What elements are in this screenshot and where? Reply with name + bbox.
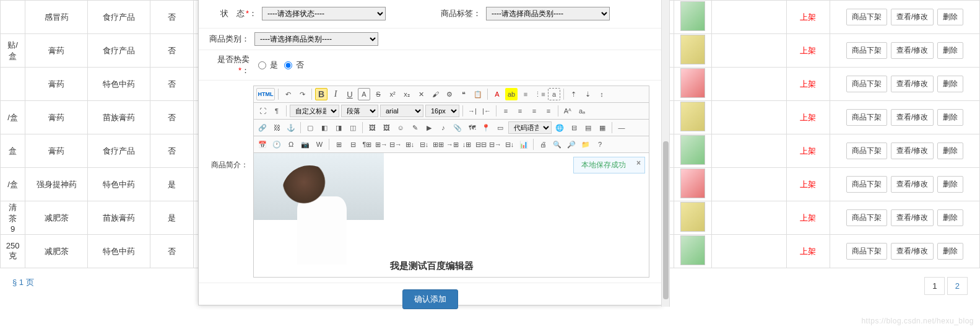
print-icon[interactable]: 🖨 [537,138,549,151]
tolowercase-icon[interactable]: aₐ [576,105,588,117]
emotion-icon[interactable]: ☺ [394,121,407,134]
date-icon[interactable]: 📅 [256,138,269,151]
imageright-icon[interactable]: ◨ [332,121,345,134]
template-icon[interactable]: ▤ [582,121,594,134]
paragraph-select[interactable]: 段落 [341,105,378,117]
toast-close-icon[interactable]: × [636,159,641,167]
superscript-icon[interactable]: x² [386,88,399,100]
pasteplain-icon[interactable]: 📋 [472,88,484,100]
spechars-icon[interactable]: Ω [285,138,297,151]
searchreplace-icon[interactable]: 🔎 [565,138,578,151]
delete-button[interactable]: 删除 [937,209,963,226]
selectall-icon[interactable]: a [548,88,560,100]
view-edit-button[interactable]: 查看/修改 [891,109,934,126]
bold-icon[interactable]: B [315,88,327,100]
delete-button[interactable]: 删除 [937,42,963,59]
hot-yes-radio[interactable] [258,61,266,69]
inserttable-icon[interactable]: ⊞ [332,138,345,151]
drafts-icon[interactable]: 📁 [579,138,592,151]
page-2[interactable]: 2 [947,277,968,295]
fontsize-select[interactable]: 16px [425,105,459,117]
removeformat-icon[interactable]: ✕ [415,88,427,100]
link-icon[interactable]: 🔗 [256,121,269,134]
deletetable-icon[interactable]: ⊟ [347,138,359,151]
insertimage-icon[interactable]: 🖼 [380,121,392,134]
gmap-icon[interactable]: 📍 [480,121,492,134]
offshelf-button[interactable]: 商品下架 [846,109,887,126]
underline-icon[interactable]: U [344,88,356,100]
offshelf-button[interactable]: 商品下架 [846,42,887,59]
wordimage-icon[interactable]: W [313,138,326,151]
view-edit-button[interactable]: 查看/修改 [891,209,934,226]
rowspacingbottom-icon[interactable]: ⇣ [581,88,594,100]
hot-no-radio[interactable] [284,61,292,69]
insertol-icon[interactable]: ≡ [519,88,532,100]
tag-select[interactable]: ----请选择商品类别---- [486,7,610,20]
lineheight-icon[interactable]: ↕ [596,88,608,100]
insertcode-select[interactable]: 代码语言 [508,121,552,134]
delete-button[interactable]: 删除 [937,243,963,260]
delete-button[interactable]: 删除 [937,76,963,92]
pagebreak-icon[interactable]: ⊟ [568,121,580,134]
imagenone-icon[interactable]: ▢ [304,121,316,134]
view-edit-button[interactable]: 查看/修改 [891,76,934,92]
mergedown-icon[interactable]: ↓⊞ [461,138,473,151]
insertul-icon[interactable]: ⋮≡ [534,88,546,100]
offshelf-button[interactable]: 商品下架 [846,176,887,193]
category-select[interactable]: ----请选择商品类别---- [254,32,378,46]
view-edit-button[interactable]: 查看/修改 [891,9,934,25]
insertvideo-icon[interactable]: ▶ [423,121,435,134]
deletecol-icon[interactable]: ⊟↓ [418,138,430,151]
indent-icon[interactable]: →| [466,105,479,117]
submit-button[interactable]: 确认添加 [402,289,458,309]
background-icon[interactable]: ▦ [596,121,609,134]
imageleft-icon[interactable]: ◧ [318,121,331,134]
offshelf-button[interactable]: 商品下架 [846,76,887,92]
view-edit-button[interactable]: 查看/修改 [891,243,934,260]
music-icon[interactable]: ♪ [437,121,449,134]
charts-icon[interactable]: 📊 [518,138,530,151]
outdent-icon[interactable]: |← [480,105,493,117]
offshelf-button[interactable]: 商品下架 [846,209,887,226]
preview-icon[interactable]: 🔍 [551,138,563,151]
blockquote-icon[interactable]: ❝ [457,88,470,100]
map-icon[interactable]: 🗺 [466,121,478,134]
offshelf-button[interactable]: 商品下架 [846,243,887,260]
mergecells-icon[interactable]: ⊞⊞ [432,138,444,151]
page-1[interactable]: 1 [924,277,945,295]
insertrow-icon[interactable]: ⊞→ [375,138,388,151]
offshelf-button[interactable]: 商品下架 [846,143,887,159]
time-icon[interactable]: 🕐 [271,138,283,151]
imagecenter-icon[interactable]: ◫ [347,121,359,134]
scrollbar-thumb[interactable] [663,141,669,299]
view-edit-button[interactable]: 查看/修改 [891,42,934,59]
forecolor-icon[interactable]: A [491,88,503,100]
italic-icon[interactable]: I [329,88,342,100]
insertcol-icon[interactable]: ⊞↓ [404,138,416,151]
anchor-icon[interactable]: ⚓ [285,121,297,134]
scrawl-icon[interactable]: ✎ [409,121,421,134]
view-edit-button[interactable]: 查看/修改 [891,176,934,193]
justifycenter-icon[interactable]: ≡ [514,105,526,117]
view-edit-button[interactable]: 查看/修改 [891,143,934,159]
splittocols-icon[interactable]: ⊟↓ [503,138,516,151]
formatmatch-icon[interactable]: 🖌 [429,88,441,100]
autotypeset-icon[interactable]: ⚙ [443,88,456,100]
delete-button[interactable]: 删除 [937,176,963,193]
fontfamily-select[interactable]: arial [380,105,423,117]
mergeright-icon[interactable]: →⊞ [446,138,459,151]
fullscreen-icon[interactable]: ⛶ [256,105,269,117]
html-source-btn[interactable]: HTML [256,88,275,100]
deleterow-icon[interactable]: ⊟→ [389,138,402,151]
subscript-icon[interactable]: x₂ [401,88,413,100]
justifyjustify-icon[interactable]: ≡ [542,105,555,117]
customstyle-select[interactable]: 自定义标题 [290,105,339,117]
justifyleft-icon[interactable]: ≡ [500,105,512,117]
insertframe-icon[interactable]: ▭ [494,121,506,134]
help-icon[interactable]: ? [594,138,606,151]
redo-icon[interactable]: ↷ [296,88,308,100]
insertparagraphbeforetable-icon[interactable]: ¶⊞ [361,138,373,151]
splittorows-icon[interactable]: ⊟→ [489,138,501,151]
rowspacingtop-icon[interactable]: ⇡ [567,88,579,100]
delete-button[interactable]: 删除 [937,109,963,126]
